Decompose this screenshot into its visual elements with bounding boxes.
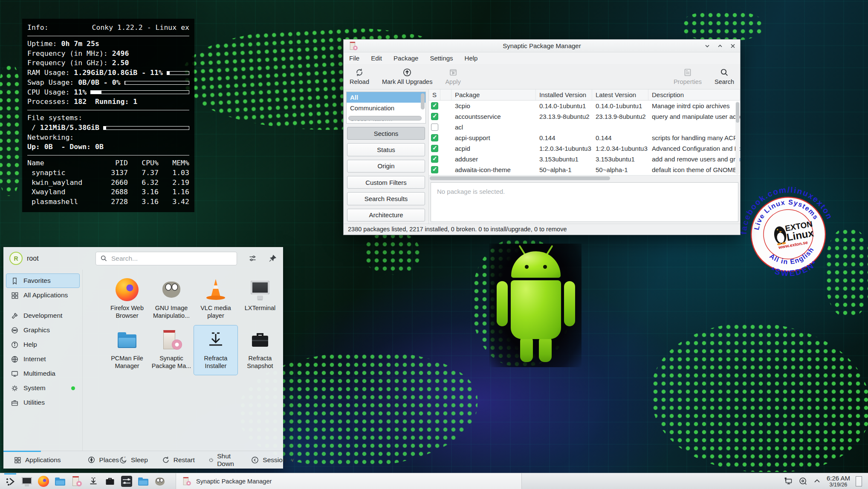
session-button[interactable]: Session ∨ [251, 456, 294, 464]
tray-expand-icon[interactable] [813, 477, 821, 485]
taskbar-synaptic-icon[interactable] [70, 475, 84, 488]
filter-list: All Communication Cross Platform [346, 92, 426, 124]
app-vlc[interactable]: VLC media player [194, 275, 238, 325]
app-launcher-button[interactable] [3, 475, 17, 488]
tab-places[interactable]: Places [87, 456, 119, 464]
avatar[interactable]: R [9, 252, 23, 265]
search-results-button[interactable]: Search Results [347, 192, 425, 205]
column-latest[interactable]: Latest Version [592, 89, 648, 100]
conky-process-table: Name PID CPU% MEM% synaptic31377.371.03 … [27, 158, 189, 207]
taskbar-folder-window-icon[interactable] [136, 475, 150, 488]
show-desktop-button[interactable] [856, 476, 862, 486]
origin-button[interactable]: Origin [347, 160, 425, 173]
conky-info-label: Info: [27, 23, 49, 33]
upgrade-icon [402, 68, 412, 77]
table-row[interactable]: adwaita-icon-theme50~alpha-150~alpha-1de… [429, 164, 740, 175]
app-gimp[interactable]: GNU Image Manipulatio... [149, 275, 194, 325]
menu-settings[interactable]: Settings [430, 55, 453, 62]
package-checkbox[interactable] [431, 166, 438, 173]
table-row[interactable]: acl [429, 122, 740, 132]
tab-applications[interactable]: Applications [14, 456, 61, 464]
app-refracta-snapshot[interactable]: Refracta Snapshot [238, 325, 282, 375]
sections-button[interactable]: Sections [347, 127, 425, 140]
column-description[interactable]: Description [648, 89, 740, 100]
filter-vertical-scrollbar[interactable] [421, 93, 425, 109]
package-vertical-scrollbar[interactable] [735, 101, 740, 175]
restart-icon [162, 456, 170, 464]
package-checkbox[interactable] [431, 124, 438, 131]
restart-button[interactable]: Restart [162, 456, 195, 464]
table-row[interactable]: acpid1:2.0.34-1ubuntu31:2.0.34-1ubuntu3A… [429, 143, 740, 154]
table-row[interactable]: adduser3.153ubuntu13.153ubuntu1add and r… [429, 154, 740, 164]
globe-icon [11, 355, 19, 363]
package-checkbox[interactable] [431, 155, 438, 163]
pin-icon[interactable] [268, 254, 277, 263]
architecture-button[interactable]: Architecture [347, 209, 425, 221]
sidebar-item-development[interactable]: Development [6, 308, 80, 323]
taskbar-refracta-snapshot-icon[interactable] [103, 475, 117, 488]
hammer-icon [11, 312, 19, 320]
synaptic-window: Synaptic Package Manager File Edit Packa… [343, 39, 741, 235]
network-icon[interactable] [784, 477, 793, 486]
taskbar-terminal-icon[interactable] [20, 475, 34, 488]
app-synaptic[interactable]: Synaptic Package Ma... [149, 325, 194, 375]
menu-package[interactable]: Package [393, 55, 418, 62]
sidebar-item-utilities[interactable]: Utilities [6, 395, 80, 410]
task-synaptic-package-manager[interactable]: Synaptic Package Manager [176, 473, 522, 489]
media-disc-icon[interactable] [799, 477, 807, 486]
app-firefox[interactable]: Firefox Web Browser [105, 275, 149, 325]
app-lxterminal[interactable]: LXTerminal [238, 275, 282, 325]
search-button[interactable]: Search [715, 68, 734, 85]
minimize-button[interactable] [704, 43, 710, 49]
clock-time: 6:26 AM [827, 475, 850, 482]
column-installed[interactable]: Installed Version [536, 89, 592, 100]
synaptic-icon [160, 328, 183, 351]
package-checkbox[interactable] [431, 113, 438, 120]
reload-button[interactable]: Reload [350, 68, 369, 85]
sidebar-item-all-applications[interactable]: All Applications [6, 288, 80, 302]
sidebar-item-favorites[interactable]: Favorites [6, 273, 80, 288]
filter-communication[interactable]: Communication [347, 103, 425, 113]
shutdown-button[interactable]: Shut Down [208, 452, 237, 468]
custom-filters-button[interactable]: Custom Filters [347, 176, 425, 189]
app-pcmanfm[interactable]: PCMan File Manager [105, 325, 149, 375]
package-checkbox[interactable] [431, 145, 438, 152]
sidebar-item-system[interactable]: System [6, 381, 80, 395]
sidebar-item-internet[interactable]: Internet [6, 352, 80, 366]
column-status[interactable]: S [429, 89, 440, 100]
package-checkbox[interactable] [431, 134, 438, 141]
filter-horizontal-scrollbar[interactable] [348, 116, 422, 121]
column-package[interactable]: Package [451, 89, 536, 100]
taskbar-refracta-installer-icon[interactable] [87, 475, 100, 488]
status-button[interactable]: Status [347, 143, 425, 156]
mark-all-upgrades-button[interactable]: Mark All Upgrades [382, 68, 432, 85]
maximize-button[interactable] [717, 43, 723, 49]
clock[interactable]: 6:26 AM 3/19/26 [827, 475, 850, 488]
menu-help[interactable]: Help [465, 55, 478, 62]
menu-file[interactable]: File [349, 55, 359, 62]
table-row[interactable]: acpi-support0.1440.144scripts for handli… [429, 132, 740, 143]
table-row[interactable]: 3cpio0.14.0-1ubuntu10.14.0-1ubuntu1Manag… [429, 101, 740, 111]
search-input[interactable]: Search... [95, 252, 237, 265]
sleep-button[interactable]: z Sleep [119, 456, 148, 464]
sidebar-item-graphics[interactable]: Graphics [6, 323, 80, 337]
taskbar-gimp-icon[interactable] [153, 475, 167, 488]
filter-all[interactable]: All [347, 92, 425, 103]
titlebar[interactable]: Synaptic Package Manager [344, 40, 740, 52]
taskbar-firefox-icon[interactable] [37, 475, 50, 488]
package-checkbox[interactable] [431, 102, 438, 109]
close-icon[interactable] [730, 43, 736, 49]
sidebar-item-help[interactable]: Help [6, 337, 80, 352]
taskbar-settings-icon[interactable] [120, 475, 133, 488]
menu-edit[interactable]: Edit [371, 55, 382, 62]
package-horizontal-scrollbar[interactable] [429, 175, 740, 181]
properties-button[interactable]: Properties [674, 68, 702, 85]
configure-icon[interactable] [248, 254, 257, 263]
app-refracta-installer[interactable]: Refracta Installer [194, 325, 238, 375]
taskbar-file-manager-icon[interactable] [53, 475, 67, 488]
active-tab-indicator [3, 451, 41, 452]
table-row[interactable]: accountsservice23.13.9-8ubuntu223.13.9-8… [429, 111, 740, 122]
apply-icon [448, 68, 458, 77]
sidebar-item-multimedia[interactable]: Multimedia [6, 366, 80, 381]
apply-button[interactable]: Apply [445, 68, 460, 85]
